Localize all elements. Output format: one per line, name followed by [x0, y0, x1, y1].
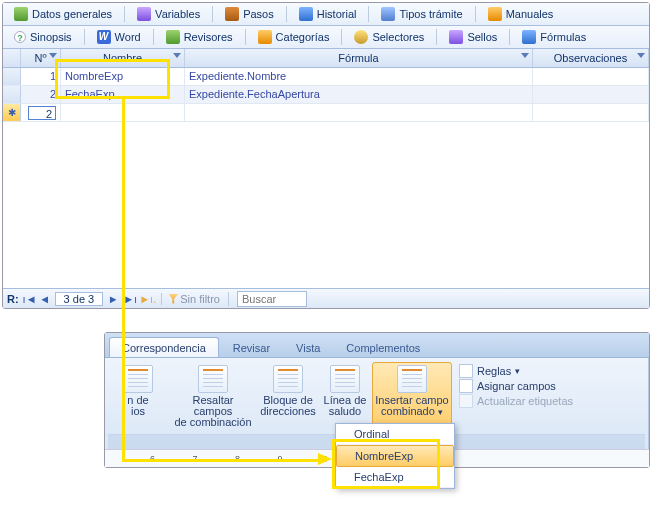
revisores-icon	[166, 30, 180, 44]
sellos-icon	[449, 30, 463, 44]
tab-vista[interactable]: Vista	[284, 338, 332, 357]
cell-formula: Expediente.FechaApertura	[185, 86, 533, 103]
tb-tipos-tramite[interactable]: Tipos trámite	[374, 5, 469, 23]
col-num-header[interactable]: Nº	[21, 49, 61, 67]
categorias-icon	[258, 30, 272, 44]
nav-first-button[interactable]: ı◄	[23, 293, 35, 305]
historial-icon	[299, 7, 313, 21]
tb-sellos[interactable]: Sellos	[442, 28, 504, 46]
table-new-row[interactable]: ✱ 2	[3, 104, 649, 122]
nav-next-button[interactable]: ►	[107, 293, 119, 305]
table-row[interactable]: 2 FechaExp Expediente.FechaApertura	[3, 86, 649, 104]
rb-update-labels: Actualizar etiquetas	[457, 394, 575, 408]
dropdown-icon	[521, 53, 529, 58]
chevron-down-icon: ▾	[438, 407, 443, 417]
col-formula-header[interactable]: Fórmula	[185, 49, 533, 67]
doc-icon	[330, 365, 360, 393]
tb-categorias[interactable]: Categorías	[251, 28, 337, 46]
tb-pasos[interactable]: Pasos	[218, 5, 281, 23]
tb-selectores[interactable]: Selectores	[347, 28, 431, 46]
word-icon: W	[97, 30, 111, 44]
formula-grid: Nº Nombre Fórmula Observaciones 1 Nombre…	[3, 49, 649, 288]
manuales-icon	[488, 7, 502, 21]
rules-icon	[459, 364, 473, 378]
tab-revisar[interactable]: Revisar	[221, 338, 282, 357]
new-row-icon: ✱	[8, 107, 16, 118]
rb-edit-recipients[interactable]: n deios	[108, 362, 168, 434]
doc-icon	[273, 365, 303, 393]
variables-icon	[137, 7, 151, 21]
tab-correspondencia[interactable]: Correspondencia	[109, 337, 219, 357]
dropdown-icon	[173, 53, 181, 58]
rb-highlight-fields[interactable]: Resaltar camposde combinación	[170, 362, 256, 434]
cell-formula: Expediente.Nombre	[185, 68, 533, 85]
main-toolbar-row2: ?Sinopsis WWord Revisores Categorías Sel…	[3, 26, 649, 49]
tb-word[interactable]: WWord	[90, 28, 148, 46]
update-icon	[459, 394, 473, 408]
tb-revisores[interactable]: Revisores	[159, 28, 240, 46]
match-icon	[459, 379, 473, 393]
doc-icon	[397, 365, 427, 393]
arrow-segment	[122, 99, 125, 461]
nav-label: R:	[7, 293, 19, 305]
cell-num: 2	[21, 86, 61, 103]
filter-icon	[168, 294, 178, 304]
formulas-icon	[522, 30, 536, 44]
table-row[interactable]: 1 NombreExp Expediente.Nombre	[3, 68, 649, 86]
search-input[interactable]: Buscar	[237, 291, 307, 307]
nav-new-button[interactable]: ►ı.	[139, 293, 151, 305]
datos-icon	[14, 7, 28, 21]
arrow-segment	[122, 459, 320, 462]
rb-match-fields[interactable]: Asignar campos	[457, 379, 575, 393]
tb-historial[interactable]: Historial	[292, 5, 364, 23]
chevron-down-icon: ▾	[515, 366, 520, 376]
dropdown-icon	[49, 53, 57, 58]
pasos-icon	[225, 7, 239, 21]
cell-num-input[interactable]: 2	[21, 104, 61, 121]
arrow-head-icon	[318, 453, 332, 465]
dd-fechaexp[interactable]: FechaExp	[336, 467, 454, 488]
cell-obs	[533, 68, 649, 85]
dd-nombreexp[interactable]: NombreExp	[336, 445, 454, 467]
tipos-icon	[381, 7, 395, 21]
dd-ordinal[interactable]: Ordinal	[336, 424, 454, 445]
doc-icon	[123, 365, 153, 393]
tb-variables[interactable]: Variables	[130, 5, 207, 23]
nav-last-button[interactable]: ►ı	[123, 293, 135, 305]
cell-obs	[533, 86, 649, 103]
nav-prev-button[interactable]: ◄	[39, 293, 51, 305]
dropdown-icon	[637, 53, 645, 58]
tb-formulas[interactable]: Fórmulas	[515, 28, 593, 46]
main-toolbar-row1: Datos generales Variables Pasos Historia…	[3, 3, 649, 26]
col-obs-header[interactable]: Observaciones	[533, 49, 649, 67]
tb-manuales[interactable]: Manuales	[481, 5, 561, 23]
merge-field-dropdown: Ordinal NombreExp FechaExp	[335, 423, 455, 489]
filter-button[interactable]: Sin filtro	[161, 293, 220, 305]
ribbon-tabs: Correspondencia Revisar Vista Complement…	[105, 333, 649, 357]
col-nombre-header[interactable]: Nombre	[61, 49, 185, 67]
rb-address-block[interactable]: Bloque dedirecciones	[258, 362, 318, 434]
word-ribbon: Correspondencia Revisar Vista Complement…	[104, 332, 650, 468]
tab-complementos[interactable]: Complementos	[334, 338, 432, 357]
sinopsis-icon: ?	[14, 31, 26, 43]
doc-icon	[198, 365, 228, 393]
record-navigator: R: ı◄ ◄ 3 de 3 ► ►ı ►ı. Sin filtro Busca…	[3, 288, 649, 308]
cell-nombre: NombreExp	[61, 68, 185, 85]
tb-datos-generales[interactable]: Datos generales	[7, 5, 119, 23]
selectores-icon	[354, 30, 368, 44]
tb-sinopsis[interactable]: ?Sinopsis	[7, 28, 79, 46]
cell-num: 1	[21, 68, 61, 85]
rb-rules[interactable]: Reglas ▾	[457, 364, 575, 378]
nav-position[interactable]: 3 de 3	[55, 292, 104, 306]
